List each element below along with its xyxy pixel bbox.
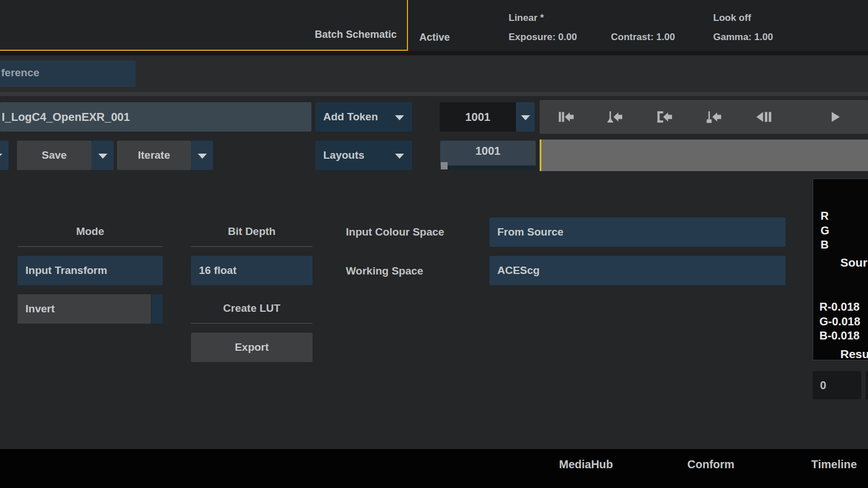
bottom-bar: MediaHub Conform Timeline xyxy=(0,449,868,488)
mode-header-underline xyxy=(18,246,163,247)
invert-toggle-indicator xyxy=(151,294,163,324)
sampler-value-row-g: G-0.018 xyxy=(819,315,860,328)
iterate-options-dropdown[interactable] xyxy=(191,141,213,170)
input-colour-space-label: Input Colour Space xyxy=(346,226,444,238)
viewer-gamma-value: Gamma: 1.00 xyxy=(713,32,773,43)
mode-value: Input Transform xyxy=(25,264,107,277)
bottom-tab-conform[interactable]: Conform xyxy=(687,458,734,471)
invert-toggle[interactable]: Invert xyxy=(18,294,163,324)
input-colour-space-value: From Source xyxy=(497,226,563,238)
mode-dropdown[interactable]: Input Transform xyxy=(18,256,163,285)
frame-number-field[interactable]: 1001 xyxy=(440,102,516,132)
tab-active[interactable]: Active xyxy=(419,32,450,43)
sampler-counter-field[interactable]: 0 xyxy=(813,371,861,399)
timeline-frame-label: 1001 xyxy=(440,145,536,158)
create-lut-header: Create LUT xyxy=(191,302,313,315)
chevron-down-icon xyxy=(0,154,2,159)
clip-name-input[interactable]: I_LogC4_OpenEXR_001 xyxy=(0,102,311,132)
viewer-contrast-value: Contrast: 1.00 xyxy=(611,32,675,43)
add-token-dropdown[interactable]: Add Token xyxy=(315,102,412,132)
bit-depth-dropdown[interactable]: 16 float xyxy=(191,256,313,285)
sampler-channel-g: G xyxy=(821,224,830,237)
input-colour-space-dropdown[interactable]: From Source xyxy=(489,217,785,247)
timeline-clip-track-strip xyxy=(440,165,536,170)
timeline-playhead[interactable] xyxy=(540,140,541,171)
play-icon[interactable] xyxy=(827,108,844,125)
clip-name-value: I_LogC4_OpenEXR_001 xyxy=(2,111,130,124)
sampler-counter-value: 0 xyxy=(820,379,826,392)
sampler-result-label: Resu xyxy=(840,347,868,360)
chevron-down-icon xyxy=(198,154,207,159)
mode-header: Mode xyxy=(18,225,163,238)
reference-row: ference xyxy=(0,55,868,92)
reference-button[interactable]: ference xyxy=(0,60,136,87)
working-space-label: Working Space xyxy=(346,265,423,277)
sampler-channel-r: R xyxy=(821,210,828,223)
go-to-in-mark-icon[interactable] xyxy=(656,108,673,125)
sampler-value-row-r: R-0.018 xyxy=(819,300,860,313)
bit-depth-header-underline xyxy=(191,246,313,247)
chevron-down-icon xyxy=(395,115,404,120)
frame-dropdown-button[interactable] xyxy=(516,102,535,132)
iterate-button-label: Iterate xyxy=(117,149,191,162)
iterate-button[interactable]: Iterate xyxy=(117,141,191,170)
previous-marker-icon[interactable] xyxy=(705,108,722,125)
step-back-icon[interactable] xyxy=(755,108,772,125)
export-button-label: Export xyxy=(191,341,313,354)
chevron-down-icon xyxy=(521,115,530,120)
tab-batch-schematic-label: Batch Schematic xyxy=(315,29,397,41)
save-options-dropdown[interactable] xyxy=(92,141,114,170)
bottom-tab-timeline[interactable]: Timeline xyxy=(811,458,857,471)
working-space-value: ACEScg xyxy=(497,264,540,277)
transport-controls xyxy=(540,100,868,134)
bit-depth-value: 16 float xyxy=(199,264,237,277)
left-edge-dropdown-button[interactable] xyxy=(0,141,8,170)
bottom-tab-mediahub[interactable]: MediaHub xyxy=(559,458,613,471)
colour-sampler-panel: R G B Sour R-0.018 G-0.018 B-0.018 Resu xyxy=(813,178,868,360)
viewer-look-status: Look off xyxy=(713,12,751,24)
reference-button-label: ference xyxy=(1,67,40,79)
timeline-scrub-bar[interactable] xyxy=(541,140,868,171)
layouts-label: Layouts xyxy=(323,149,364,162)
top-bar-shadow-band xyxy=(0,51,868,55)
previous-keyframe-icon[interactable] xyxy=(606,108,623,125)
go-to-start-icon[interactable] xyxy=(558,108,575,125)
top-bar: Batch Schematic Active Linear * Exposure… xyxy=(0,0,868,51)
layouts-dropdown[interactable]: Layouts xyxy=(315,141,412,170)
save-button-label: Save xyxy=(17,149,92,162)
working-space-dropdown[interactable]: ACEScg xyxy=(489,256,785,285)
create-lut-header-underline xyxy=(191,323,313,324)
sampler-source-label: Sour xyxy=(840,256,867,269)
timeline-clip-marker xyxy=(441,162,448,169)
save-button[interactable]: Save xyxy=(17,141,92,170)
viewer-colour-mode: Linear * xyxy=(509,12,544,24)
tab-batch-schematic[interactable]: Batch Schematic xyxy=(0,0,408,51)
add-token-label: Add Token xyxy=(323,111,378,123)
viewer-exposure-value: Exposure: 0.00 xyxy=(509,32,577,43)
flame-application-window: Batch Schematic Active Linear * Exposure… xyxy=(0,0,868,488)
sampler-value-row-b: B-0.018 xyxy=(819,329,860,342)
bit-depth-header: Bit Depth xyxy=(191,225,313,238)
clipped-field-fragment xyxy=(866,371,868,399)
frame-number-value: 1001 xyxy=(440,111,516,124)
export-button[interactable]: Export xyxy=(191,333,313,362)
sampler-channel-b: B xyxy=(821,238,828,251)
chevron-down-icon xyxy=(98,154,107,159)
invert-label: Invert xyxy=(25,303,55,315)
section-divider xyxy=(0,92,868,96)
chevron-down-icon xyxy=(395,154,404,159)
timeline-clip-cell[interactable]: 1001 xyxy=(440,141,536,170)
